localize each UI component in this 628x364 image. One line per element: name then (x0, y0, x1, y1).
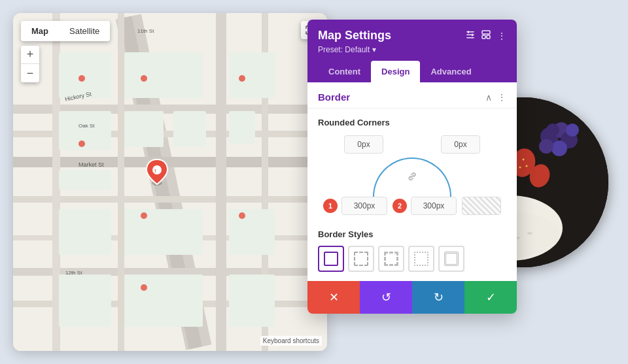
link-icon[interactable] (407, 171, 417, 184)
svg-point-35 (239, 75, 245, 82)
top-corner-inputs (318, 135, 506, 154)
bottom-right-corner-input[interactable] (411, 197, 457, 215)
svg-rect-68 (466, 35, 474, 36)
svg-point-34 (141, 75, 147, 82)
corner-badge-2: 2 (392, 199, 407, 213)
striped-indicator (462, 197, 501, 215)
svg-rect-71 (472, 34, 473, 37)
section-controls: ∧ ⋮ (485, 92, 506, 103)
svg-text:Market St: Market St (78, 161, 104, 168)
rounded-corners-section: Rounded Corners (307, 108, 517, 224)
svg-point-57 (526, 165, 528, 167)
undo-button[interactable]: ↺ (360, 281, 412, 314)
cancel-button[interactable]: ✕ (307, 281, 360, 314)
confirm-button[interactable]: ✓ (464, 281, 517, 314)
svg-rect-15 (59, 111, 111, 150)
panel-header: Map Settings ⋮ Preset: Default Content D… (307, 20, 517, 82)
keyboard-shortcuts-label: Keyboard shortcuts (260, 336, 322, 346)
svg-rect-22 (59, 209, 111, 255)
collapse-icon[interactable]: ∧ (485, 92, 492, 103)
top-right-corner-input[interactable] (441, 135, 480, 154)
dashed-lg-icon (384, 252, 398, 266)
svg-point-50 (546, 124, 559, 137)
svg-rect-26 (124, 274, 203, 327)
border-shape (373, 157, 451, 197)
border-style-solid[interactable] (318, 246, 344, 272)
border-style-double[interactable] (438, 246, 464, 272)
svg-point-51 (566, 124, 579, 137)
solid-icon (324, 252, 338, 266)
corner-badge-1: 1 (323, 199, 338, 213)
map-background: Hickory St Oak St Market St 12th St 11th… (13, 13, 327, 351)
layout-icon[interactable] (481, 30, 491, 41)
map-container: Hickory St Oak St Market St 12th St 11th… (13, 13, 327, 351)
svg-rect-70 (468, 31, 469, 33)
border-styles-section: Border Styles (307, 224, 517, 281)
svg-text:Oak St: Oak St (78, 123, 95, 129)
border-styles-label: Border Styles (318, 229, 506, 239)
map-toggle[interactable]: Map Satellite (21, 21, 110, 41)
svg-rect-23 (124, 209, 203, 255)
panel-preset[interactable]: Preset: Default (318, 45, 506, 54)
border-style-options (318, 246, 506, 272)
panel-title-row: Map Settings ⋮ (318, 29, 506, 42)
settings-panel: Map Settings ⋮ Preset: Default Content D… (307, 20, 517, 314)
svg-text:11th St: 11th St (137, 28, 154, 34)
svg-rect-67 (466, 31, 474, 33)
border-style-dashed-lg[interactable] (378, 246, 404, 272)
svg-point-38 (239, 212, 245, 219)
top-left-corner-input[interactable] (344, 135, 383, 154)
svg-point-58 (519, 166, 521, 168)
zoom-controls: + − (21, 46, 39, 82)
svg-point-56 (523, 158, 525, 160)
map-tab[interactable]: Map (21, 21, 59, 41)
svg-rect-19 (173, 111, 206, 147)
rounded-corners-label: Rounded Corners (318, 118, 506, 127)
bottom-corner-inputs: 1 2 (318, 197, 506, 215)
panel-tabs: Content Design Advanced (318, 61, 506, 82)
bottom-left-input-group: 1 (323, 197, 387, 215)
svg-rect-25 (59, 274, 111, 327)
dotted-icon (414, 252, 428, 266)
border-shape-visual (318, 157, 506, 197)
svg-point-39 (141, 284, 147, 291)
svg-rect-21 (229, 111, 255, 144)
svg-rect-18 (124, 111, 164, 147)
border-style-dotted[interactable] (408, 246, 434, 272)
svg-text:12th St: 12th St (65, 270, 82, 276)
tab-advanced[interactable]: Advanced (420, 61, 481, 82)
more-options-icon[interactable]: ⋮ (497, 31, 506, 41)
scene: Hickory St Oak St Market St 12th St 11th… (0, 0, 628, 364)
svg-rect-24 (229, 209, 275, 255)
svg-point-33 (78, 75, 85, 82)
double-icon (444, 252, 459, 266)
settings-icon[interactable] (466, 30, 475, 41)
border-style-dashed-sm[interactable] (348, 246, 374, 272)
svg-point-36 (78, 141, 85, 147)
tab-content[interactable]: Content (318, 61, 371, 82)
bottom-right-input-group: 2 (392, 197, 457, 215)
map-svg: Hickory St Oak St Market St 12th St 11th… (13, 13, 327, 351)
svg-point-65 (527, 232, 532, 235)
svg-rect-20 (229, 52, 275, 98)
svg-text:!: ! (154, 168, 156, 174)
svg-point-48 (551, 141, 567, 156)
svg-rect-74 (487, 35, 490, 39)
panel-body: Border ∧ ⋮ Rounded Corners (307, 82, 517, 314)
svg-point-49 (539, 139, 553, 154)
panel-toolbar: ✕ ↺ ↻ ✓ (307, 281, 517, 314)
svg-rect-72 (482, 31, 490, 34)
zoom-out-button[interactable]: − (21, 64, 39, 82)
tab-design[interactable]: Design (371, 61, 420, 82)
svg-rect-27 (229, 274, 275, 327)
svg-rect-12 (216, 13, 226, 351)
bottom-left-corner-input[interactable] (341, 197, 387, 215)
svg-point-37 (141, 212, 147, 219)
redo-button[interactable]: ↻ (412, 281, 464, 314)
zoom-in-button[interactable]: + (21, 46, 39, 64)
svg-rect-73 (482, 35, 485, 39)
section-more-icon[interactable]: ⋮ (497, 92, 506, 103)
satellite-tab[interactable]: Satellite (59, 21, 110, 41)
border-section-title: Border (318, 91, 350, 103)
svg-rect-11 (118, 13, 124, 351)
